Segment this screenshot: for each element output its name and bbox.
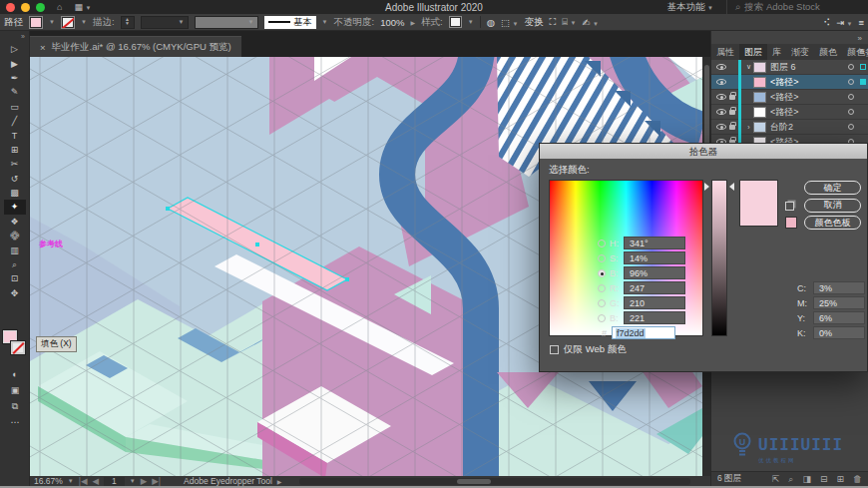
stroke-swatch[interactable] — [11, 341, 25, 354]
web-gamut-cube-icon[interactable] — [785, 202, 794, 211]
align-icon[interactable]: ⛶ — [550, 16, 557, 28]
transform-label[interactable]: 变换 — [525, 16, 544, 29]
drawing-mode-button[interactable]: ▣ — [4, 382, 26, 398]
dialog-title[interactable]: 拾色器 — [540, 144, 867, 159]
cmyk-value-field[interactable]: 25% — [813, 296, 865, 309]
screen-mode-button[interactable]: ⧉ — [4, 398, 26, 414]
panel-tab-渐变[interactable]: 渐变 — [786, 44, 814, 60]
fill-stroke-swatches[interactable] — [3, 330, 27, 356]
current-tool-label[interactable]: Adobe Eyedropper Tool — [184, 476, 272, 486]
web-only-checkbox[interactable] — [550, 345, 559, 354]
type-tool[interactable]: T — [4, 128, 26, 142]
stroke-weight-stepper[interactable]: ▲▼ — [121, 16, 135, 29]
lock-icon[interactable] — [729, 110, 735, 115]
blend-tool[interactable]: ❖ — [4, 215, 26, 229]
rectangle-tool[interactable]: ▭ — [4, 100, 26, 114]
visibility-eye-icon[interactable] — [716, 124, 726, 130]
hand-tool[interactable]: ✥ — [4, 286, 26, 300]
expander-icon[interactable]: ∨ — [744, 63, 753, 71]
direct-selection-tool[interactable]: ▶ — [4, 56, 26, 70]
layer-thumbnail[interactable] — [753, 92, 766, 103]
layer-row[interactable]: <路径> — [711, 90, 868, 105]
component-radio[interactable] — [598, 240, 606, 247]
status-menu-icon[interactable]: ▶ — [277, 478, 282, 485]
stroke-chevron-icon[interactable]: ▼ — [81, 19, 87, 25]
zoom-level[interactable]: 16.67% — [34, 476, 63, 486]
visibility-eye-icon[interactable] — [716, 64, 726, 70]
style-swatch[interactable] — [449, 16, 462, 28]
tools-collapse-icon[interactable]: » — [0, 31, 29, 42]
brush-chevron-icon[interactable]: ▼ — [322, 19, 328, 25]
panel-tab-图层[interactable]: 图层 — [739, 44, 767, 60]
component-radio[interactable] — [598, 254, 606, 262]
cmyk-value-field[interactable]: 6% — [813, 311, 865, 324]
visibility-eye-icon[interactable] — [716, 109, 726, 115]
cancel-button[interactable]: 取消 — [804, 199, 861, 213]
layer-thumbnail[interactable] — [753, 62, 766, 73]
layer-name[interactable]: 图层 6 — [770, 61, 848, 74]
first-artboard-icon[interactable]: |◀ — [79, 476, 88, 486]
document-setup-icon[interactable]: ◍ — [487, 17, 495, 28]
panel-collapse-icon[interactable]: » — [858, 34, 862, 43]
stroke-weight-dropdown[interactable]: ▼ — [141, 16, 189, 29]
visibility-eye-icon[interactable] — [716, 79, 726, 85]
tab-close-icon[interactable]: × — [40, 42, 46, 53]
component-radio[interactable] — [598, 269, 606, 277]
cmyk-value-field[interactable]: 3% — [813, 281, 865, 294]
panel-menu-icon[interactable]: ≡ — [859, 46, 865, 57]
eyedropper-tool[interactable]: ✦ — [4, 200, 26, 214]
brightness-slider[interactable] — [711, 180, 727, 336]
line-tool[interactable]: ╱ — [4, 114, 26, 128]
stock-search-input[interactable]: ⌕搜索 Adobe Stock — [726, 0, 864, 14]
panel-tab-库[interactable]: 库 — [767, 44, 786, 60]
brush-definition-dropdown[interactable]: 基本 — [264, 16, 316, 29]
layer-name[interactable]: 台阶2 — [770, 121, 848, 134]
artboard-tool[interactable]: ⊞ — [4, 143, 26, 157]
cmyk-value-field[interactable]: 0% — [813, 326, 865, 339]
stroke-color-swatch[interactable] — [61, 16, 75, 29]
layer-name[interactable]: <路径> — [770, 76, 848, 89]
hex-input[interactable]: f7d2dd — [612, 326, 675, 339]
shape-builder-icon[interactable]: ✍ ▼ — [583, 17, 600, 28]
fill-color-swatch[interactable] — [29, 16, 43, 29]
horizontal-scrollbar[interactable] — [299, 478, 690, 485]
controlbar-menu-icon[interactable]: ≡ — [858, 17, 864, 28]
panel-tab-颜色[interactable]: 颜色 — [814, 44, 842, 60]
component-value-field[interactable]: 210 — [624, 296, 685, 309]
opacity-expand-icon[interactable]: ▶ — [410, 19, 415, 26]
target-circle-icon[interactable] — [848, 109, 854, 115]
ok-button[interactable]: 确定 — [804, 181, 861, 195]
delete-layer-icon[interactable]: 🗑 — [853, 474, 862, 484]
workspace-switcher[interactable]: 基本功能 ▼ — [666, 1, 713, 14]
artboard-chevron-icon[interactable]: ▼ — [130, 478, 136, 484]
make-mask-icon[interactable]: ◨ — [802, 474, 811, 484]
zoom-tool[interactable]: ⌕ — [4, 257, 26, 271]
layer-thumbnail[interactable] — [753, 77, 766, 88]
rotate-tool[interactable]: ↺ — [4, 172, 26, 186]
preferences-grid-icon[interactable]: ⬚ ▼ — [501, 17, 519, 28]
expander-icon[interactable]: › — [744, 124, 753, 131]
layer-thumbnail[interactable] — [753, 122, 766, 133]
style-chevron-icon[interactable]: ▼ — [468, 19, 474, 25]
new-sublayer-icon[interactable]: ⊟ — [820, 474, 828, 484]
next-artboard-icon[interactable]: ▶ — [141, 476, 148, 486]
zoom-chevron-icon[interactable]: ▼ — [68, 478, 74, 484]
slider-handle-right-icon[interactable] — [729, 183, 734, 191]
opacity-value[interactable]: 100% — [380, 17, 404, 28]
layer-row[interactable]: <路径> — [711, 105, 868, 120]
symbol-sprayer-tool[interactable]: ᪥ — [4, 229, 26, 243]
layer-thumbnail[interactable] — [753, 107, 766, 118]
target-circle-icon[interactable] — [848, 124, 854, 130]
pen-tool[interactable]: ✒ — [4, 71, 26, 85]
layer-row[interactable]: ∨图层 6 — [711, 60, 868, 75]
gamut-color-swatch[interactable] — [785, 217, 797, 229]
component-value-field[interactable]: 247 — [624, 281, 685, 294]
scissors-tool[interactable]: ✂ — [4, 157, 26, 171]
new-layer-icon[interactable]: ⊞ — [836, 474, 844, 484]
target-circle-icon[interactable] — [848, 94, 854, 100]
last-artboard-icon[interactable]: ▶| — [152, 476, 161, 486]
visibility-eye-icon[interactable] — [716, 94, 726, 100]
artboard-number-field[interactable]: 1 — [104, 477, 125, 486]
layer-name[interactable]: <路径> — [770, 106, 848, 119]
component-value-field[interactable]: 14% — [624, 251, 685, 264]
